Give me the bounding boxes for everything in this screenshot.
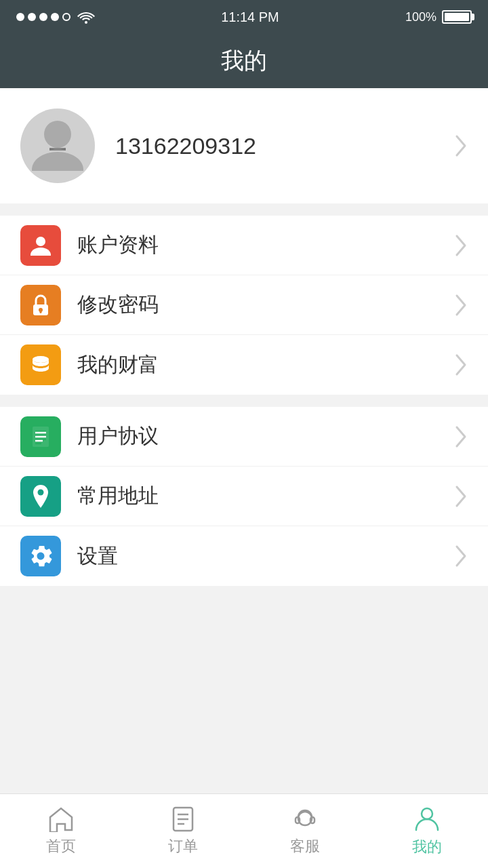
avatar bbox=[20, 108, 95, 183]
document-icon bbox=[30, 425, 51, 449]
lock-icon bbox=[29, 292, 52, 318]
wifi-icon bbox=[77, 10, 95, 24]
account-label: 账户资料 bbox=[77, 231, 454, 259]
svg-rect-8 bbox=[40, 310, 42, 313]
profile-phone: 13162209312 bbox=[115, 133, 434, 159]
svg-point-9 bbox=[33, 356, 49, 363]
tab-bar: 首页 订单 客服 我的 bbox=[0, 793, 488, 868]
status-bar: 11:14 PM 100% bbox=[0, 0, 488, 34]
svg-point-20 bbox=[38, 489, 44, 495]
wealth-icon-wrap bbox=[20, 344, 61, 385]
tab-mine-label: 我的 bbox=[412, 837, 442, 857]
password-label: 修改密码 bbox=[77, 291, 454, 319]
battery-indicator bbox=[442, 10, 472, 24]
status-right: 100% bbox=[405, 10, 472, 24]
page-title: 我的 bbox=[221, 45, 267, 77]
signal-dot-5 bbox=[62, 13, 70, 21]
home-icon bbox=[47, 806, 75, 832]
location-icon bbox=[29, 484, 52, 509]
agreement-chevron-icon bbox=[454, 425, 468, 449]
signal-dot-3 bbox=[39, 13, 47, 21]
tab-service[interactable]: 客服 bbox=[244, 794, 366, 868]
menu-item-wealth[interactable]: 我的财富 bbox=[0, 335, 488, 395]
battery-fill bbox=[445, 13, 469, 21]
orders-icon bbox=[171, 806, 195, 832]
coins-icon bbox=[28, 353, 53, 377]
password-chevron-icon bbox=[454, 293, 468, 317]
wealth-label: 我的财富 bbox=[77, 351, 454, 379]
tab-mine[interactable]: 我的 bbox=[366, 794, 488, 868]
profile-menu-divider bbox=[0, 203, 488, 216]
password-icon-wrap bbox=[20, 285, 61, 326]
signal-dots bbox=[16, 13, 70, 21]
svg-point-0 bbox=[85, 21, 87, 24]
signal-dot-2 bbox=[28, 13, 36, 21]
address-icon-wrap bbox=[20, 476, 61, 517]
menu-item-address[interactable]: 常用地址 bbox=[0, 467, 488, 526]
tab-home[interactable]: 首页 bbox=[0, 794, 122, 868]
svg-point-1 bbox=[44, 121, 71, 148]
account-chevron-icon bbox=[454, 233, 468, 258]
signal-dot-4 bbox=[51, 13, 59, 21]
tab-home-label: 首页 bbox=[46, 836, 76, 856]
gear-icon bbox=[28, 544, 53, 568]
svg-point-5 bbox=[36, 237, 45, 246]
profile-section[interactable]: 13162209312 bbox=[0, 88, 488, 203]
content-spacer bbox=[0, 586, 488, 793]
tab-orders[interactable]: 订单 bbox=[122, 794, 244, 868]
menu-group-divider bbox=[0, 395, 488, 407]
signal-dot-1 bbox=[16, 13, 24, 21]
settings-icon-wrap bbox=[20, 536, 61, 576]
person-icon bbox=[29, 234, 52, 257]
menu-item-account[interactable]: 账户资料 bbox=[0, 216, 488, 275]
agreement-icon-wrap bbox=[20, 416, 61, 457]
page-header: 我的 bbox=[0, 34, 488, 88]
wealth-chevron-icon bbox=[454, 353, 468, 377]
address-chevron-icon bbox=[454, 484, 468, 509]
agreement-label: 用户协议 bbox=[77, 422, 454, 450]
mine-icon bbox=[414, 806, 440, 833]
tab-service-label: 客服 bbox=[290, 836, 320, 856]
menu-group-1: 账户资料 修改密码 我的财富 bbox=[0, 216, 488, 395]
settings-chevron-icon bbox=[454, 544, 468, 568]
battery-bar bbox=[442, 10, 472, 24]
battery-percent: 100% bbox=[405, 10, 436, 24]
menu-item-password[interactable]: 修改密码 bbox=[0, 275, 488, 335]
status-left bbox=[16, 10, 95, 24]
menu-group-2: 用户协议 常用地址 设置 bbox=[0, 407, 488, 586]
menu-item-settings[interactable]: 设置 bbox=[0, 526, 488, 586]
status-time: 11:14 PM bbox=[221, 9, 279, 25]
address-label: 常用地址 bbox=[77, 482, 454, 510]
profile-chevron-icon bbox=[454, 134, 468, 158]
service-icon bbox=[291, 806, 319, 832]
tab-orders-label: 订单 bbox=[168, 836, 198, 856]
settings-label: 设置 bbox=[77, 542, 454, 570]
svg-point-28 bbox=[422, 808, 432, 819]
menu-item-agreement[interactable]: 用户协议 bbox=[0, 407, 488, 467]
account-icon-wrap bbox=[20, 225, 61, 266]
